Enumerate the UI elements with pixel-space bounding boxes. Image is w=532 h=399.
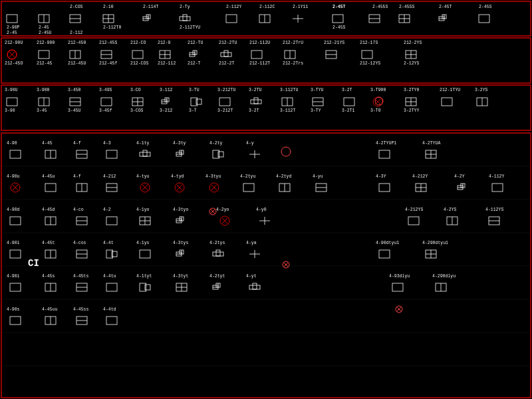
cad-canvas [0, 0, 532, 399]
main-canvas [0, 0, 532, 399]
